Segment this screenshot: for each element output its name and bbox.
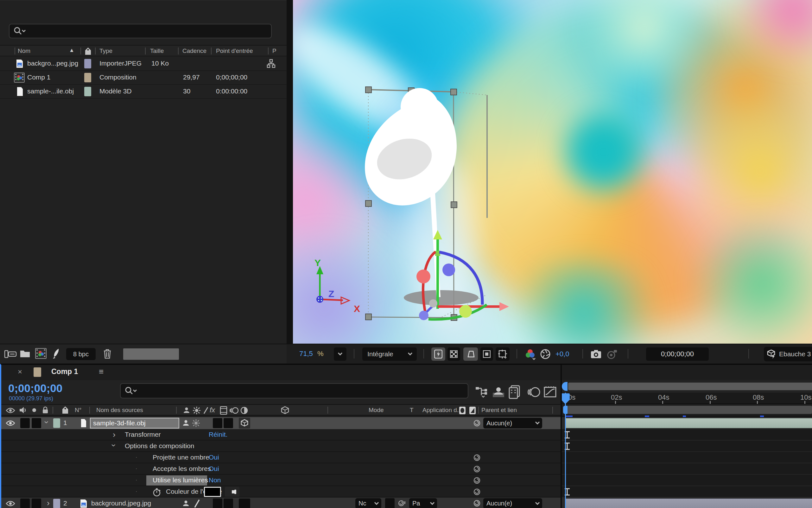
label-color-chip[interactable] (84, 59, 91, 69)
x-axis-arrow[interactable] (500, 302, 509, 311)
video-eye-icon[interactable] (6, 407, 15, 414)
prop-label[interactable]: Accepte les ombres (153, 465, 211, 472)
time-navigator[interactable] (562, 380, 812, 393)
prop-label[interactable]: Projette une ombre (153, 454, 209, 461)
effects-cell[interactable] (213, 418, 222, 428)
timeline-search-input[interactable] (120, 383, 468, 398)
x-rotate-handle[interactable] (417, 269, 430, 284)
project-item-obj[interactable]: sample-...ile.obj Modèle 3D 30 0:00:00:0… (0, 85, 287, 99)
prop-value[interactable]: Oui (209, 454, 219, 461)
label-color-chip[interactable] (84, 87, 91, 96)
3d-switch-cell[interactable] (239, 499, 250, 508)
prop-label[interactable]: Utilise les lumières (153, 476, 208, 484)
column-overflow[interactable]: P (272, 47, 276, 54)
audio-speaker-icon[interactable] (19, 406, 27, 414)
panel-divider[interactable] (287, 0, 293, 364)
item-name[interactable]: backgro...peg.jpg (27, 59, 78, 67)
zoom-value[interactable]: 71,5 (299, 350, 313, 357)
viewport-overlay[interactable]: Y Z X (293, 0, 812, 344)
playhead-head[interactable] (561, 393, 570, 400)
collapse-sun-icon[interactable] (193, 406, 201, 415)
audio-cell[interactable] (20, 499, 30, 508)
track-matte-icon[interactable] (469, 406, 476, 415)
trash-icon[interactable] (102, 348, 112, 359)
guides-button[interactable] (480, 347, 493, 361)
shy-icon[interactable] (182, 500, 190, 507)
layer-name[interactable]: background.jpeg.jpg (91, 500, 151, 507)
gizmo-center-handle[interactable] (429, 299, 437, 307)
column-point-entree[interactable]: Point d'entrée (216, 47, 253, 54)
region-of-interest-button[interactable] (463, 347, 478, 361)
graph-editor-icon[interactable] (544, 386, 557, 398)
work-area-bar[interactable] (567, 406, 812, 414)
eyedropper-button[interactable] (225, 487, 240, 497)
exposure-value[interactable]: +0,0 (555, 350, 569, 358)
track-row[interactable] (562, 429, 812, 440)
z-rotate-handle[interactable] (442, 263, 455, 276)
interpret-footage-icon[interactable] (4, 349, 17, 359)
column-trkmat-t[interactable]: T (410, 407, 414, 414)
work-area[interactable] (562, 404, 812, 416)
column-mode[interactable]: Mode (369, 407, 384, 414)
layer2-duration-bar[interactable] (566, 499, 812, 508)
stopwatch-icon[interactable] (153, 488, 161, 497)
track-matte-dropdown[interactable]: Pa (409, 498, 437, 508)
track-row[interactable] (562, 486, 812, 498)
column-source-name[interactable]: Nom des sources (96, 407, 143, 414)
preview-timecode[interactable]: 0;00;00;00 (646, 347, 709, 361)
motion-blur-icon[interactable] (229, 407, 239, 414)
collapse-chevron[interactable]: › (110, 444, 118, 447)
blend-cell[interactable] (224, 499, 233, 508)
show-snapshot-icon[interactable] (607, 349, 618, 359)
layer-expand-chevron[interactable]: › (43, 421, 51, 424)
layer-visibility-eye-icon[interactable] (6, 420, 15, 426)
item-name[interactable]: sample-...ile.obj (27, 87, 74, 95)
prop-row-shadow-color[interactable]: · Couleur de l'ombre (1, 486, 562, 498)
layer-label-chip[interactable] (53, 418, 60, 428)
timeline-splitter[interactable] (561, 365, 562, 508)
audio-cell[interactable] (20, 418, 30, 428)
track-row[interactable] (562, 440, 812, 452)
track-row-layer2[interactable] (562, 498, 812, 508)
current-timecode[interactable]: 0;00;00;00 (8, 382, 62, 395)
pickwhip-icon[interactable] (473, 465, 481, 473)
solo-icon[interactable] (32, 408, 36, 412)
snapshot-camera-icon[interactable] (590, 349, 602, 359)
lock-icon[interactable] (42, 406, 49, 414)
project-item-background[interactable]: backgro...peg.jpg ImporterJPEG 10 Ko (0, 57, 287, 71)
project-item-comp1[interactable]: Comp 1 Composition 29,97 0;00;00;00 (0, 71, 287, 85)
zoom-dropdown-button[interactable] (334, 347, 346, 361)
label-color-chip[interactable] (84, 73, 91, 82)
track-row[interactable] (562, 475, 812, 486)
fast-preview-button[interactable] (431, 347, 445, 361)
quality-icon[interactable] (194, 499, 200, 508)
channels-rgb-icon[interactable] (524, 349, 536, 361)
draft-3d-button[interactable]: Ebauche 3 (764, 347, 812, 362)
frame-blend-icon[interactable] (509, 385, 521, 399)
mini-flowchart-icon[interactable] (475, 386, 488, 398)
shadow-color-swatch[interactable] (204, 487, 221, 497)
track-row[interactable] (562, 463, 812, 475)
sort-arrow-icon[interactable]: ▲ (69, 47, 75, 53)
parent-dropdown[interactable]: Aucun(e) (483, 498, 542, 508)
prop-value[interactable]: Non (209, 476, 221, 484)
frame-blend-icon[interactable] (220, 406, 227, 415)
zoom-level[interactable]: 71,5 % (299, 350, 324, 358)
column-taille[interactable]: Taille (150, 47, 164, 54)
preserve-transparency-cell[interactable] (385, 498, 395, 508)
project-search-input[interactable] (9, 24, 272, 38)
resolution-dropdown[interactable]: Intégrale (362, 347, 417, 361)
quality-icon[interactable] (203, 407, 209, 414)
pickwhip-icon[interactable] (473, 454, 481, 461)
expand-chevron[interactable]: › (113, 430, 116, 439)
blend-cell[interactable] (224, 418, 233, 428)
exposure-aperture-icon[interactable] (540, 349, 551, 359)
time-ruler[interactable]: 0s 02s 04s 06s 08s 10s (562, 393, 812, 404)
parent-pickwhip-icon[interactable] (473, 419, 481, 427)
parent-pickwhip-icon[interactable] (473, 500, 481, 507)
3d-layer-icon[interactable] (281, 406, 290, 415)
shy-icon[interactable] (182, 407, 190, 414)
column-number[interactable]: N° (75, 407, 81, 414)
item-name[interactable]: Comp 1 (27, 74, 51, 81)
blend-mode-dropdown[interactable]: Nc (355, 498, 381, 508)
